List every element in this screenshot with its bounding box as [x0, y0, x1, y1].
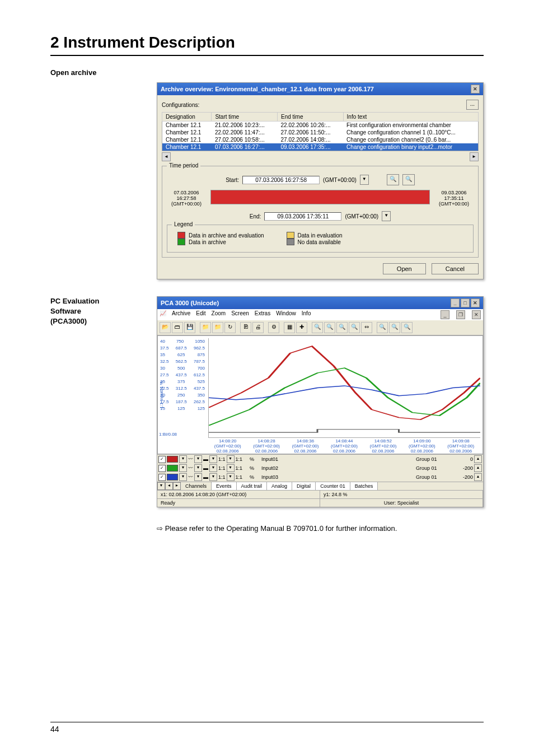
channel-group: Group 01	[416, 474, 449, 480]
channel-group: Group 01	[416, 465, 449, 471]
dropdown-icon[interactable]: ▼	[194, 455, 202, 463]
tool-zoomall-icon[interactable]: 🔍	[349, 322, 360, 333]
x-axis: 14:08:20(GMT+02:00)02.08.200614:08:28(GM…	[208, 438, 480, 454]
table-row[interactable]: Chamber 12.122.02.2006 11:47:...27.02.20…	[162, 129, 479, 136]
menu-archive[interactable]: Archive	[172, 310, 190, 319]
tab-audit[interactable]: Audit trail	[237, 482, 268, 490]
tab-channels[interactable]: Channels	[181, 482, 212, 490]
tab-dropdown-icon[interactable]: ▼	[157, 482, 165, 490]
dropdown-icon[interactable]: ▼	[179, 473, 187, 481]
dropdown-icon[interactable]: ▼	[209, 464, 217, 472]
scroll-icon[interactable]: ▲	[474, 464, 482, 472]
chart-area[interactable]: 40750105037.5687.5962.53562587532.5562.5…	[157, 335, 483, 454]
child-minimize-icon[interactable]: _	[441, 310, 449, 319]
dropdown-icon[interactable]: ▼	[227, 455, 235, 463]
col-designation[interactable]: Designation	[162, 113, 212, 122]
tab-counter[interactable]: Counter 01	[316, 482, 350, 490]
table-row-selected[interactable]: Chamber 12.107.03.2006 16:27:...09.03.20…	[162, 143, 479, 151]
table-row[interactable]: Chamber 12.127.02.2006 10:58:...27.02.20…	[162, 136, 479, 143]
color-swatch-icon[interactable]	[167, 456, 178, 463]
pca-title: PCA 3000 (Unicode)	[161, 300, 219, 306]
tool-zoom-icon[interactable]: 🔍	[312, 322, 323, 333]
tab-left-icon[interactable]: ◄	[165, 482, 173, 490]
tool-zoomout-icon[interactable]: 🔍	[324, 322, 335, 333]
tab-digital[interactable]: Digital	[292, 482, 316, 490]
dropdown-icon[interactable]: ▼	[227, 473, 235, 481]
dropdown-icon[interactable]: ▼	[179, 464, 187, 472]
maximize-icon[interactable]: □	[461, 298, 470, 307]
color-swatch-icon[interactable]	[167, 465, 178, 472]
close-icon[interactable]: ✕	[471, 85, 480, 94]
tool-fit-icon[interactable]: ⇔	[361, 322, 372, 333]
menu-info[interactable]: Info	[302, 310, 311, 319]
page-rule	[50, 722, 484, 722]
tool-print-icon[interactable]: 🖨	[252, 322, 264, 333]
tool-props-icon[interactable]: ⚙	[268, 322, 279, 333]
tab-batches[interactable]: Batches	[350, 482, 378, 490]
tab-right-icon[interactable]: ►	[173, 482, 181, 490]
time-period-label: Time period	[167, 162, 200, 169]
menu-window[interactable]: Window	[276, 310, 296, 319]
end-input[interactable]: 09.03.2006 17:35:11	[264, 212, 341, 221]
dropdown-icon[interactable]: ▼	[209, 473, 217, 481]
tool-findnext-icon[interactable]: 🔍	[389, 322, 400, 333]
tool-cursor-icon[interactable]: ✚	[296, 322, 307, 333]
scroll-left-icon[interactable]: ◄	[162, 152, 171, 161]
channel-checkbox[interactable]: ✓	[158, 465, 166, 472]
scroll-icon[interactable]: ▲	[474, 455, 482, 463]
configurations-label: Configurations:	[162, 102, 199, 108]
tool-zoomreset-icon[interactable]: 🔍	[336, 322, 348, 333]
status-ready: Ready	[157, 499, 320, 507]
col-end[interactable]: End time	[277, 113, 343, 122]
dropdown-icon[interactable]: ▼	[227, 464, 235, 472]
configurations-button[interactable]: ...	[466, 100, 479, 110]
table-row[interactable]: Chamber 12.121.02.2006 10:23:...22.02.20…	[162, 122, 479, 129]
start-input[interactable]: 07.03.2006 16:27:58	[242, 176, 320, 184]
section-pca-3: (PCA3000)	[50, 316, 134, 326]
cancel-button[interactable]: Cancel	[432, 263, 479, 274]
config-table: Designation Start time End time Info tex…	[162, 112, 479, 151]
start-label: Start:	[226, 177, 239, 183]
heading-rule	[50, 55, 484, 56]
menu-zoom[interactable]: Zoom	[212, 310, 226, 319]
col-info[interactable]: Info text	[343, 113, 478, 122]
zoom-out-icon[interactable]: 🔍	[402, 174, 415, 185]
channel-checkbox[interactable]: ✓	[158, 474, 166, 481]
dropdown-icon[interactable]: ▼	[194, 473, 202, 481]
tool-db-icon[interactable]: 🗃	[172, 322, 183, 333]
dropdown-icon[interactable]: ▼	[194, 464, 202, 472]
range-slider[interactable]	[210, 190, 430, 204]
menu-extras[interactable]: Extras	[255, 310, 270, 319]
close-icon[interactable]: ✕	[471, 298, 480, 307]
range-end: 09.03.200617:35:11(GMT+00:00)	[434, 190, 474, 207]
scroll-icon[interactable]: ▲	[474, 473, 482, 481]
tool-folder2-icon[interactable]: 📁	[212, 322, 223, 333]
zoom-in-icon[interactable]: 🔍	[387, 174, 399, 185]
child-close-icon[interactable]: ✕	[472, 310, 481, 319]
color-swatch-icon[interactable]	[167, 474, 178, 480]
range-start: 07.03.200616:27:58(GMT+00:00)	[167, 190, 206, 207]
tool-open-icon[interactable]: 📂	[160, 322, 171, 333]
tool-find-icon[interactable]: 🔍	[377, 322, 388, 333]
menu-screen[interactable]: Screen	[231, 310, 249, 319]
tab-analog[interactable]: Analog	[267, 482, 292, 490]
plot-area[interactable]	[208, 338, 480, 438]
tool-save-icon[interactable]: 💾	[184, 322, 195, 333]
scroll-right-icon[interactable]: ►	[470, 152, 479, 161]
tool-preview-icon[interactable]: 🖹	[240, 322, 251, 333]
col-start[interactable]: Start time	[212, 113, 278, 122]
dropdown-icon[interactable]: ▼	[179, 455, 187, 463]
tool-folder-icon[interactable]: 📁	[200, 322, 211, 333]
channel-checkbox[interactable]: ✓	[158, 456, 166, 463]
start-dropdown-icon[interactable]: ▼	[360, 175, 369, 185]
end-dropdown-icon[interactable]: ▼	[382, 211, 391, 221]
child-restore-icon[interactable]: ❐	[456, 310, 465, 319]
menu-edit[interactable]: Edit	[196, 310, 205, 319]
tool-refresh-icon[interactable]: ↻	[224, 322, 236, 333]
tool-findprev-icon[interactable]: 🔍	[401, 322, 413, 333]
minimize-icon[interactable]: _	[451, 298, 460, 307]
tab-events[interactable]: Events	[212, 482, 237, 490]
tool-grid-icon[interactable]: ▦	[284, 322, 295, 333]
open-button[interactable]: Open	[383, 263, 426, 274]
dropdown-icon[interactable]: ▼	[209, 455, 217, 463]
